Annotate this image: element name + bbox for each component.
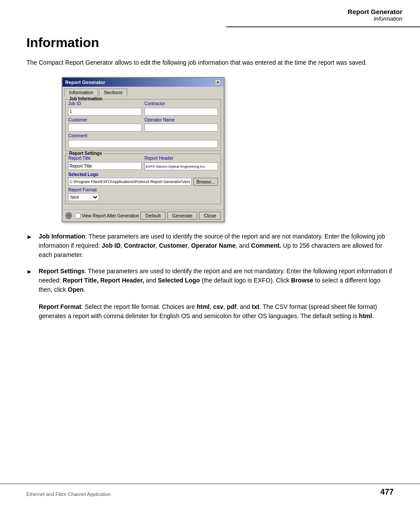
operator-name-bold: Operator Name [191,242,236,249]
report-format-paragraph: Report Format: Select the report file fo… [39,302,394,321]
footer-left: View Report After Generation [65,212,139,219]
arrow-icon-2: ► [26,267,33,294]
logo-path-row: Browse... [68,178,218,186]
title-header-row: Report Title Report Header [68,156,218,171]
report-settings-bullet-text: Report Settings: These parameters are us… [39,267,394,294]
selected-logo-label: Selected Logo [68,172,218,177]
report-header-col: Report Header [144,156,218,171]
customer-operator-row: Customer Operator Name [68,117,218,132]
dialog-close-x-button[interactable]: × [215,79,221,85]
dialog-tabs: Information Sections [63,87,224,96]
bullet-section: ► Job Information: These parameters are … [26,232,394,294]
report-header-label: Report Header [144,156,218,161]
operator-name-input[interactable] [144,124,218,132]
format-select-row: html csv pdf txt [68,193,218,201]
txt-bold: txt [252,303,259,310]
page-header: Report Generator Information [226,0,420,27]
csv-bold: csv [213,303,223,310]
report-format-label: Report Format [68,187,218,192]
generate-button[interactable]: Generate [167,212,197,220]
dialog-titlebar: Report Generator × [63,78,224,87]
job-id-bold: Job ID [102,242,121,249]
browse-button[interactable]: Browse... [193,178,218,186]
report-settings-group: Report Settings Report Title Report Head… [65,154,221,205]
report-header-input[interactable] [144,162,218,170]
operator-name-label: Operator Name [144,117,218,122]
job-information-label: Job Information [68,96,103,101]
page-footer: Ethernet and Fibre Channel Application 4… [0,484,420,497]
job-id-col: Job ID [68,101,142,116]
comment-row: Comment [68,133,218,148]
report-title-bold: Report Title, Report Header, [63,277,144,284]
job-information-group: Job Information Job ID Contractor Custom… [65,99,221,151]
gear-icon [65,212,72,219]
format-select[interactable]: html csv pdf txt [68,193,99,201]
operator-col: Operator Name [144,117,218,132]
svg-point-0 [68,215,70,216]
view-report-checkbox-label[interactable]: View Report After Generation [75,213,139,219]
open-bold: Open [68,286,84,293]
report-settings-label: Report Settings [68,151,103,156]
browse-bold: Browse [291,277,313,284]
report-settings-bold: Report Settings [39,268,85,275]
html-bold: html [197,303,210,310]
selected-logo-row: Selected Logo Browse... [68,172,218,186]
dialog-footer: View Report After Generation Default Gen… [63,209,224,221]
default-button[interactable]: Default [140,212,166,220]
job-id-input[interactable] [68,108,142,116]
page-content: Information The Compact Report Generator… [0,0,420,354]
intro-text: The Compact Report Generator allows to e… [26,58,394,67]
page-title: Information [26,35,394,50]
pdf-bold: pdf [227,303,236,310]
customer-col: Customer [68,117,142,132]
bullet-job-information: ► Job Information: These parameters are … [26,232,394,260]
html-default-bold: html [359,312,372,319]
tab-sections[interactable]: Sections [99,88,127,96]
customer-label: Customer [68,117,142,122]
footer-buttons: Default Generate Close [140,212,221,220]
view-report-label: View Report After Generation [82,213,139,218]
customer-bold: Customer [159,242,188,249]
job-id-contractor-row: Job ID Contractor [68,101,218,116]
report-format-bold: Report Format [39,303,81,310]
job-id-label: Job ID [68,101,142,106]
comment-label: Comment [68,133,218,138]
dialog-body: Job Information Job ID Contractor Custom… [63,96,224,209]
report-format-row: Report Format html csv pdf txt [68,187,218,201]
close-button[interactable]: Close [199,212,221,220]
contractor-input[interactable] [144,108,218,116]
comment-bold: Comment. [251,242,281,249]
report-title-input[interactable] [68,162,142,170]
contractor-bold: Contractor [124,242,156,249]
dialog-title: Report Generator [65,80,105,85]
page-number: 477 [380,488,394,497]
report-title-col: Report Title [68,156,142,171]
footer-left-text: Ethernet and Fibre Channel Application [26,492,111,497]
view-report-checkbox[interactable] [75,213,81,219]
contractor-col: Contractor [144,101,218,116]
report-title-label: Report Title [68,156,142,161]
arrow-icon-1: ► [26,232,33,260]
job-info-bold: Job Information [39,233,85,240]
selected-logo-bold: Selected Logo [158,277,200,284]
contractor-label: Contractor [144,101,218,106]
tab-information[interactable]: Information [64,88,98,96]
dialog-window: Report Generator × Information Sections … [62,77,225,222]
job-info-bullet-text: Job Information: These parameters are us… [39,232,394,260]
bullet-report-settings: ► Report Settings: These parameters are … [26,267,394,294]
header-subtitle: Information [226,15,402,22]
logo-path-input[interactable] [68,178,192,186]
header-title: Report Generator [226,8,402,15]
customer-input[interactable] [68,124,142,132]
comment-input[interactable] [68,140,218,148]
